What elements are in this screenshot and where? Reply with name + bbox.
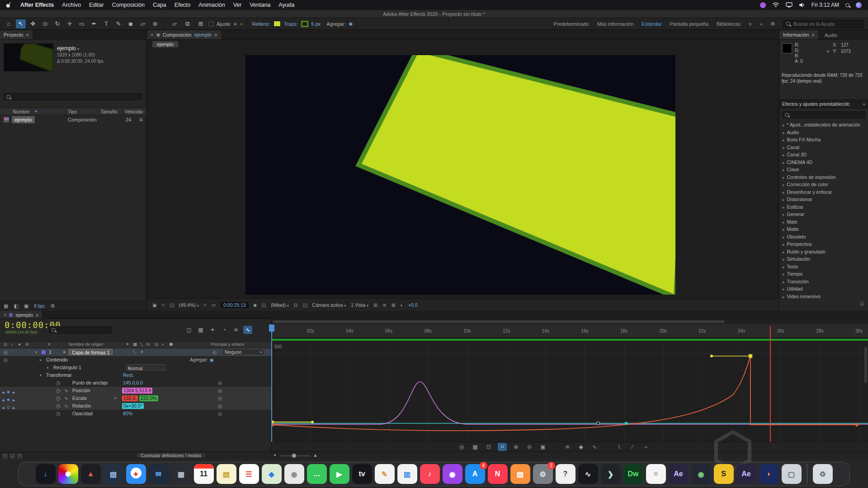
dock-icon-after-effects[interactable]: Ae bbox=[669, 464, 689, 484]
twirl-icon[interactable]: ▸ bbox=[783, 153, 785, 157]
dock-icon-news[interactable]: N bbox=[488, 464, 508, 484]
volume-icon[interactable] bbox=[799, 2, 805, 8]
siri-icon[interactable] bbox=[856, 2, 862, 8]
effects-category-simulaci-n[interactable]: ▸Simulación bbox=[779, 255, 868, 263]
parent-pickwhip-icon[interactable]: ◎ bbox=[212, 348, 217, 356]
twirl-icon[interactable]: ▸ bbox=[783, 220, 785, 225]
dock-icon-stocks[interactable]: ∿ bbox=[578, 464, 598, 484]
timeline-search-box[interactable] bbox=[49, 326, 112, 333]
menu-bar-clock[interactable]: Fri 3:12 AM bbox=[811, 2, 839, 8]
exposure-value[interactable]: +0.0 bbox=[408, 302, 418, 308]
comp-mini-flowchart-icon[interactable]: ◫ bbox=[184, 326, 193, 334]
effects-panel-header[interactable]: Efectos y ajustes preestablecidc » bbox=[779, 99, 868, 108]
row-name[interactable]: ejemplo bbox=[12, 116, 35, 123]
effects-category-estilizar[interactable]: ▸Estilizar bbox=[779, 203, 868, 211]
menu-editar[interactable]: Editar bbox=[89, 2, 104, 8]
effects-category-desenfocar-y-enfocar[interactable]: ▸Desenfocar y enfocar bbox=[779, 188, 868, 196]
layer-twirl-icon[interactable]: ▾ bbox=[35, 348, 37, 356]
twirl-icon[interactable]: ▸ bbox=[783, 257, 785, 262]
display-icon[interactable] bbox=[786, 2, 793, 8]
user-account-icon[interactable] bbox=[760, 2, 766, 8]
effects-category-obsoleto[interactable]: ▸Obsoleto bbox=[779, 233, 868, 241]
twirl-icon[interactable]: ▸ bbox=[783, 197, 785, 202]
pickwhip-icon[interactable]: ◎ bbox=[218, 410, 222, 418]
motion-blur-icon[interactable]: ≋ bbox=[231, 326, 241, 334]
brush-tool[interactable]: ✎ bbox=[113, 19, 123, 28]
timeline-zoom-slider[interactable] bbox=[280, 455, 310, 456]
view-layout-icon[interactable]: ◫ bbox=[170, 302, 174, 308]
menu-efecto[interactable]: Efecto bbox=[175, 2, 190, 8]
graph-editor-curves[interactable] bbox=[272, 342, 868, 442]
tab-audio[interactable]: Audio bbox=[825, 33, 837, 39]
effects-category-correcci-n-de-color[interactable]: ▸Corrección de color bbox=[779, 181, 868, 188]
dock-icon-trash[interactable]: ♻ bbox=[813, 464, 833, 484]
dock-icon-yellow-app[interactable]: S bbox=[714, 464, 734, 484]
dock-icon-tv[interactable]: tv bbox=[352, 464, 372, 484]
stroke-width-value[interactable]: 5 px bbox=[311, 21, 321, 27]
help-search-input[interactable] bbox=[793, 21, 858, 27]
dock-icon-music[interactable]: ♪ bbox=[420, 464, 440, 484]
twirl-icon[interactable]: ▸ bbox=[783, 190, 785, 195]
zoom-in-mountain-icon[interactable]: ▲ bbox=[313, 452, 318, 458]
pickwhip-icon[interactable]: ◎ bbox=[218, 394, 222, 402]
close-icon[interactable]: × bbox=[4, 312, 6, 318]
interpret-footage-icon[interactable]: ▦ bbox=[4, 303, 8, 309]
effects-search-box[interactable] bbox=[782, 111, 865, 118]
add-shape-button[interactable]: ◉ bbox=[349, 21, 353, 26]
project-bit-depth[interactable]: 8 bpc bbox=[34, 304, 45, 309]
menu-animaci-n[interactable]: Animación bbox=[198, 2, 225, 8]
graph-editor-icon[interactable]: ∿ bbox=[243, 326, 252, 334]
hold-icon[interactable]: ⌐ bbox=[642, 443, 651, 451]
project-search-input[interactable] bbox=[13, 93, 139, 101]
region-of-interest-icon[interactable]: ⊡ bbox=[294, 302, 298, 308]
expand-layer-pane-icon[interactable]: ◰ bbox=[3, 453, 7, 459]
apple-menu[interactable] bbox=[6, 2, 12, 9]
dock-icon-preview-window[interactable]: ▢ bbox=[782, 464, 802, 484]
expand-render-pane-icon[interactable]: ◳ bbox=[17, 453, 22, 459]
close-icon[interactable]: × bbox=[151, 32, 153, 38]
pickwhip-icon[interactable]: ◎ bbox=[218, 402, 222, 410]
grid-guides-icon[interactable]: ⌗ bbox=[162, 302, 165, 308]
trash-icon[interactable]: ♻ bbox=[51, 303, 55, 309]
fit-all-icon[interactable]: ▣ bbox=[538, 443, 547, 451]
ease-out-icon[interactable]: ∕ bbox=[628, 443, 637, 451]
twirl-icon[interactable]: ▸ bbox=[783, 227, 785, 232]
dock-icon-system-preferences[interactable]: ⚙2 bbox=[533, 464, 553, 484]
workspace-predeterminado[interactable]: Predeterminado bbox=[553, 21, 589, 27]
pickwhip-icon[interactable]: ◎ bbox=[218, 379, 222, 387]
stopwatch-icon[interactable]: ◷ bbox=[56, 379, 61, 387]
effects-search-input[interactable] bbox=[791, 111, 863, 119]
hide-shy-layers-icon[interactable]: ✦ bbox=[208, 326, 217, 334]
easy-ease-icon[interactable]: ∿ bbox=[590, 443, 599, 451]
column-hash[interactable]: # bbox=[48, 342, 50, 347]
twirl-icon[interactable]: ▸ bbox=[783, 295, 785, 299]
twirl-icon[interactable]: ▾ bbox=[40, 371, 42, 379]
stopwatch-icon[interactable]: ◷ bbox=[56, 394, 61, 402]
zoom-tool[interactable]: ⊙ bbox=[40, 19, 50, 28]
comp-timecode[interactable]: 0:00:25:13 bbox=[221, 302, 249, 308]
effects-category-cinema-4d[interactable]: ▸CINEMA 4D bbox=[779, 159, 868, 166]
graph-v-scrollbar[interactable] bbox=[864, 347, 867, 383]
dock-icon-calendar[interactable]: 11 bbox=[194, 464, 214, 484]
dock-icon-terminal[interactable]: ❯ bbox=[601, 464, 621, 484]
ease-in-icon[interactable]: ∖ bbox=[614, 443, 623, 451]
stopwatch-icon[interactable]: ◷ bbox=[56, 410, 61, 418]
zoom-out-mountain-icon[interactable]: ▲ bbox=[273, 453, 277, 457]
dock-icon-keynote[interactable]: ▥ bbox=[397, 464, 417, 484]
dock-icon-books[interactable]: ▤ bbox=[510, 464, 530, 484]
dock-icon-podcasts[interactable]: ◉ bbox=[443, 464, 462, 484]
menu-ventana[interactable]: Ventana bbox=[250, 2, 270, 8]
menu-ver[interactable]: Ver bbox=[233, 2, 242, 8]
effects-category-ruido-y-granulado[interactable]: ▸Ruido y granulado bbox=[779, 248, 868, 256]
layer-quality-switch[interactable]: ╲ bbox=[133, 348, 135, 356]
workspace-pantalla-peque-a[interactable]: Pantalla pequeña bbox=[670, 21, 708, 27]
snap-options-icon[interactable]: ⊕ bbox=[234, 22, 237, 26]
wifi-icon[interactable] bbox=[772, 2, 779, 8]
fit-selection-icon[interactable]: ⊖ bbox=[525, 443, 534, 451]
dock-icon-maps[interactable]: ◆ bbox=[262, 464, 282, 484]
twirl-icon[interactable]: ▸ bbox=[783, 123, 785, 127]
menu-ayuda[interactable]: Ayuda bbox=[278, 2, 294, 8]
dock-icon-rocket-app[interactable]: ▲ bbox=[81, 464, 101, 484]
position-label[interactable]: Posición bbox=[72, 387, 90, 394]
fast-previews-icon[interactable]: ≋ bbox=[382, 302, 387, 308]
